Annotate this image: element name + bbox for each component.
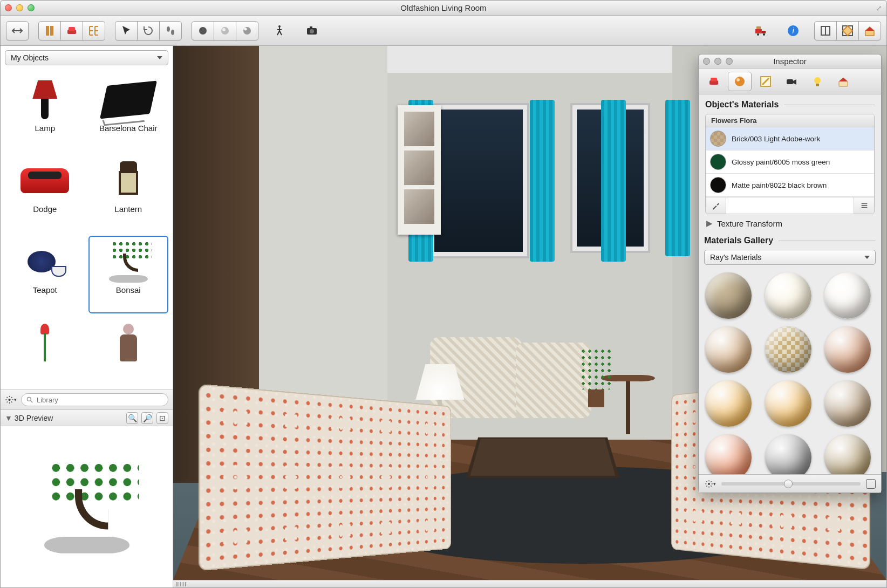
sidebar-settings-button[interactable]: ▾ bbox=[5, 394, 17, 406]
svg-point-10 bbox=[244, 28, 247, 30]
render-high-button[interactable] bbox=[236, 21, 258, 40]
material-ball[interactable] bbox=[765, 326, 811, 373]
grip-icon bbox=[176, 582, 186, 586]
thumbnail-size-slider[interactable] bbox=[721, 482, 861, 486]
tab-building[interactable] bbox=[831, 72, 855, 91]
truck-icon bbox=[754, 24, 767, 37]
svg-rect-33 bbox=[787, 79, 793, 84]
material-ball[interactable] bbox=[765, 272, 811, 319]
library-search[interactable] bbox=[21, 393, 168, 406]
material-swatch bbox=[710, 154, 726, 170]
walkthrough-button[interactable] bbox=[268, 21, 291, 40]
gallery-category-dropdown[interactable]: Ray's Materials bbox=[704, 250, 876, 265]
zoom-icon[interactable] bbox=[726, 58, 733, 65]
cursor-icon bbox=[120, 24, 133, 37]
object-person[interactable] bbox=[88, 317, 169, 385]
svg-point-13 bbox=[310, 29, 314, 33]
tab-dimensions[interactable] bbox=[754, 72, 777, 91]
zoom-out-button[interactable]: 🔎 bbox=[141, 412, 153, 424]
material-ball[interactable] bbox=[824, 326, 871, 373]
lamp-thumb bbox=[15, 78, 74, 121]
svg-point-34 bbox=[814, 77, 821, 84]
slider-knob[interactable] bbox=[784, 480, 793, 488]
eyedropper-button[interactable] bbox=[706, 197, 726, 214]
view-3d-button[interactable] bbox=[836, 21, 859, 40]
svg-point-18 bbox=[763, 33, 765, 36]
inspector-footer: ▾ bbox=[699, 474, 881, 493]
tab-lights[interactable] bbox=[806, 72, 829, 91]
svg-point-9 bbox=[243, 27, 251, 35]
preview-header[interactable]: ▼ 3D Preview 🔍 🔎 ⊡ bbox=[1, 409, 173, 426]
tab-object[interactable] bbox=[702, 72, 726, 91]
material-label: Glossy paint/6005 moss green bbox=[732, 158, 830, 166]
library-search-input[interactable] bbox=[37, 396, 163, 404]
render-medium-button[interactable] bbox=[214, 21, 236, 40]
material-row[interactable]: Glossy paint/6005 moss green bbox=[706, 151, 874, 174]
object-lamp[interactable]: Lamp bbox=[5, 74, 85, 152]
person-thumb bbox=[99, 321, 158, 364]
preview-pane[interactable] bbox=[1, 426, 173, 587]
svg-point-36 bbox=[708, 483, 710, 485]
footprint-icon bbox=[164, 24, 177, 37]
viewport-splitter[interactable] bbox=[173, 580, 886, 587]
titlebar: Oldfashion Living Room ⤢ bbox=[1, 1, 886, 16]
object-tulip[interactable] bbox=[5, 317, 85, 385]
inspector-settings-button[interactable]: ▾ bbox=[704, 478, 716, 490]
rotate-tool-button[interactable] bbox=[137, 21, 160, 40]
select-tool-button[interactable] bbox=[115, 21, 138, 40]
objects-category-dropdown[interactable]: My Objects bbox=[5, 50, 168, 65]
dimensions-library-button[interactable] bbox=[83, 21, 105, 40]
door-icon bbox=[43, 24, 56, 37]
materials-list: Flowers Flora Brick/003 Light Adobe-work… bbox=[705, 114, 875, 214]
minimize-icon[interactable] bbox=[714, 58, 721, 65]
close-icon[interactable] bbox=[5, 4, 12, 11]
material-ball[interactable] bbox=[824, 272, 871, 319]
view-group bbox=[814, 21, 881, 40]
building-library-button[interactable] bbox=[38, 21, 61, 40]
close-icon[interactable] bbox=[703, 58, 710, 65]
measure-tool-button[interactable] bbox=[159, 21, 182, 40]
view-split-button[interactable] bbox=[858, 21, 881, 40]
render-group bbox=[192, 21, 258, 40]
material-row[interactable]: Brick/003 Light Adobe-work bbox=[706, 127, 874, 151]
object-barselona-chair[interactable]: Barselona Chair bbox=[88, 74, 169, 152]
object-dodge[interactable]: Dodge bbox=[5, 155, 85, 233]
texture-transform-disclosure[interactable]: ▶ Texture Transform bbox=[705, 214, 875, 233]
minimize-icon[interactable] bbox=[16, 4, 23, 11]
car-thumb bbox=[15, 159, 74, 202]
armchair-icon bbox=[707, 75, 720, 88]
svg-rect-35 bbox=[816, 84, 819, 86]
warehouse-button[interactable] bbox=[749, 21, 772, 40]
zoom-icon[interactable] bbox=[28, 4, 35, 11]
svg-point-11 bbox=[278, 25, 281, 28]
zoom-in-button[interactable]: 🔍 bbox=[126, 412, 138, 424]
object-teapot[interactable]: Teapot bbox=[5, 236, 85, 313]
materials-header: Flowers Flora bbox=[706, 114, 874, 127]
object-bonsai[interactable]: Bonsai bbox=[88, 236, 169, 313]
material-ball[interactable] bbox=[705, 434, 752, 474]
material-ball[interactable] bbox=[824, 434, 871, 474]
view-2d-button[interactable] bbox=[814, 21, 837, 40]
chair-thumb bbox=[99, 78, 158, 121]
info-button[interactable]: i bbox=[782, 21, 804, 40]
object-lantern[interactable]: Lantern bbox=[88, 155, 169, 233]
material-ball[interactable] bbox=[705, 380, 752, 427]
material-ball[interactable] bbox=[765, 434, 811, 474]
material-ball[interactable] bbox=[765, 380, 811, 427]
material-ball[interactable] bbox=[824, 380, 871, 427]
render-low-button[interactable] bbox=[192, 21, 214, 40]
rotate-icon bbox=[142, 24, 155, 37]
tab-materials[interactable] bbox=[728, 72, 752, 91]
zoom-fit-button[interactable]: ⊡ bbox=[156, 412, 168, 424]
fullscreen-icon[interactable]: ⤢ bbox=[876, 4, 882, 12]
furniture-library-button[interactable] bbox=[60, 21, 83, 40]
material-row[interactable]: Matte paint/8022 black brown bbox=[706, 174, 874, 197]
snapshot-button[interactable] bbox=[301, 21, 323, 40]
inspector-window-controls bbox=[703, 58, 733, 65]
tab-camera[interactable] bbox=[780, 72, 803, 91]
toggle-sidebar-button[interactable] bbox=[6, 21, 29, 40]
material-ball[interactable] bbox=[705, 272, 752, 319]
disclosure-triangle-icon: ▼ bbox=[5, 414, 12, 422]
material-ball[interactable] bbox=[705, 326, 752, 373]
materials-menu-button[interactable] bbox=[854, 197, 874, 214]
